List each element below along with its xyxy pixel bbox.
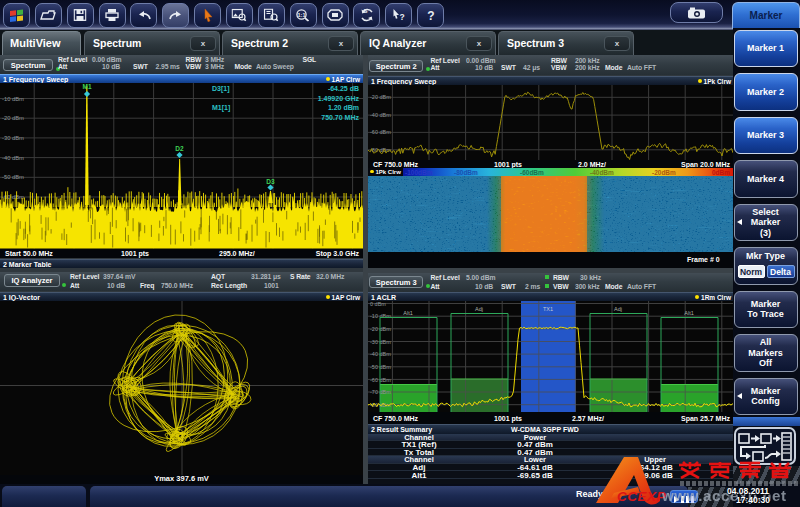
svg-text:-40 dBm: -40 dBm: [370, 112, 391, 118]
svg-text:-60 dBm: -60 dBm: [370, 377, 391, 383]
svg-text:1:1: 1:1: [298, 12, 306, 18]
svg-text:1.49920 GHz: 1.49920 GHz: [318, 95, 360, 102]
svg-text:?: ?: [427, 9, 434, 23]
svg-text:0 dBm: 0 dBm: [370, 301, 386, 307]
svg-text:D2: D2: [175, 145, 184, 152]
svg-text:-20 dBm: -20 dBm: [2, 115, 24, 121]
svg-text:-10 dBm: -10 dBm: [2, 96, 24, 102]
svg-text:M1: M1: [82, 83, 91, 90]
svg-text:-20 dBm: -20 dBm: [370, 326, 391, 332]
svg-text:-70 dBm: -70 dBm: [370, 389, 391, 395]
svg-text:750.70 MHz: 750.70 MHz: [321, 114, 359, 121]
svg-text:1.20 dBm: 1.20 dBm: [328, 104, 359, 111]
svg-text:-30 dBm: -30 dBm: [2, 135, 24, 141]
svg-text:-40 dBm: -40 dBm: [2, 155, 24, 161]
svg-text:-30 dBm: -30 dBm: [370, 339, 391, 345]
svg-text:D3[1]: D3[1]: [212, 85, 230, 93]
svg-text:Adj: Adj: [475, 306, 483, 312]
svg-text:?: ?: [399, 12, 404, 22]
svg-text:-64.25 dB: -64.25 dB: [328, 85, 359, 92]
svg-text:-50 dBm: -50 dBm: [370, 364, 391, 370]
svg-text:S: S: [363, 8, 367, 14]
svg-text:Adj: Adj: [614, 306, 622, 312]
svg-text:Alt1: Alt1: [403, 310, 412, 316]
svg-text:-40 dBm: -40 dBm: [370, 351, 391, 357]
svg-text:-10 dBm: -10 dBm: [370, 313, 391, 319]
svg-text:-60 dBm: -60 dBm: [370, 129, 391, 135]
svg-text:TX1: TX1: [543, 306, 553, 312]
svg-text:-20 dBm: -20 dBm: [370, 94, 391, 100]
svg-text:M1[1]: M1[1]: [212, 104, 230, 112]
svg-text:-50 dBm: -50 dBm: [2, 174, 24, 180]
svg-text:D3: D3: [266, 178, 275, 185]
svg-text:Alt1: Alt1: [684, 310, 693, 316]
